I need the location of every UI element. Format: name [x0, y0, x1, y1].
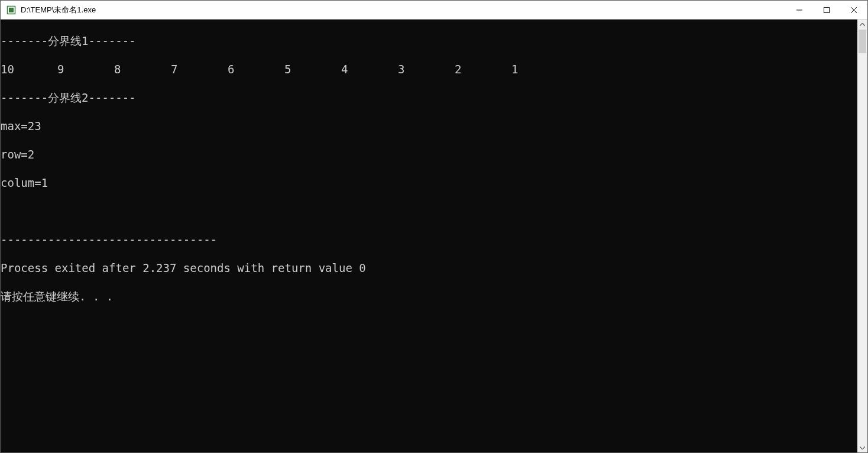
output-line: -------分界线1-------	[1, 34, 857, 48]
output-line: -------分界线2-------	[1, 90, 857, 105]
output-line: max=23	[1, 119, 857, 133]
svg-rect-1	[9, 8, 14, 12]
window-title: D:\TEMP\未命名1.exe	[21, 5, 96, 15]
num-cell: 4	[341, 62, 398, 76]
close-button[interactable]	[840, 1, 867, 20]
num-cell: 1	[511, 62, 568, 76]
num-cell: 7	[171, 62, 228, 76]
scroll-up-button[interactable]	[857, 20, 867, 30]
app-icon	[7, 5, 16, 15]
client-area: -------分界线1------- 10987654321 -------分界…	[1, 20, 867, 452]
maximize-button[interactable]	[813, 1, 840, 20]
output-line	[1, 204, 857, 218]
output-line: row=2	[1, 147, 857, 161]
scrollbar-track[interactable]	[857, 30, 867, 442]
title-bar[interactable]: D:\TEMP\未命名1.exe	[1, 1, 867, 20]
num-cell: 8	[114, 62, 171, 76]
svg-rect-3	[824, 7, 830, 12]
output-line: --------------------------------	[1, 232, 857, 247]
vertical-scrollbar[interactable]	[857, 20, 867, 452]
output-line: 请按任意键继续. . .	[1, 289, 857, 303]
num-cell: 9	[57, 62, 114, 76]
scroll-down-button[interactable]	[857, 442, 867, 452]
num-cell: 5	[284, 62, 341, 76]
output-line: colum=1	[1, 176, 857, 190]
console-output: -------分界线1------- 10987654321 -------分界…	[1, 20, 857, 452]
output-number-row: 10987654321	[1, 62, 857, 76]
output-line: Process exited after 2.237 seconds with …	[1, 261, 857, 275]
num-cell: 3	[398, 62, 455, 76]
scrollbar-thumb[interactable]	[859, 30, 866, 53]
app-window: D:\TEMP\未命名1.exe -------分界线1------- 1098…	[0, 0, 868, 453]
num-cell: 10	[1, 62, 57, 76]
minimize-button[interactable]	[786, 1, 813, 20]
num-cell: 6	[228, 62, 284, 76]
num-cell: 2	[455, 62, 511, 76]
